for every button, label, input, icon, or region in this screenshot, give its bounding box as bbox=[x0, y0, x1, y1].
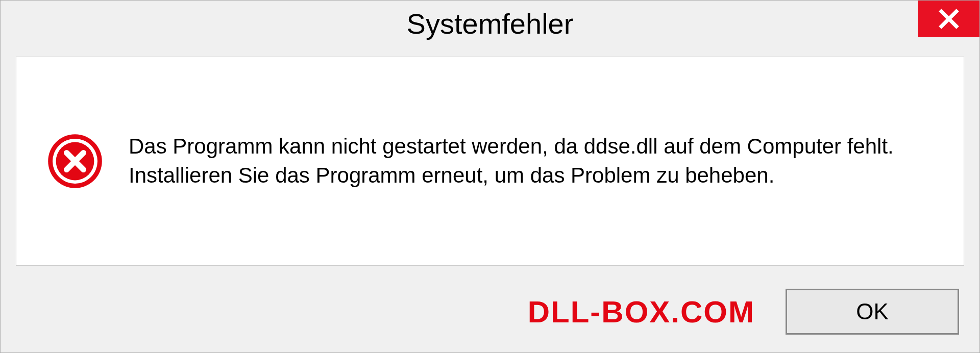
error-icon bbox=[47, 133, 103, 189]
dialog-title: Systemfehler bbox=[407, 7, 574, 40]
watermark-text: DLL-BOX.COM bbox=[528, 294, 755, 330]
close-icon bbox=[938, 8, 960, 30]
close-button[interactable] bbox=[918, 1, 979, 37]
content-panel: Das Programm kann nicht gestartet werden… bbox=[16, 57, 964, 266]
ok-button[interactable]: OK bbox=[786, 289, 959, 335]
dialog-footer: DLL-BOX.COM OK bbox=[1, 281, 979, 352]
error-dialog: Systemfehler Das Programm kann nicht ges… bbox=[0, 0, 980, 353]
error-message: Das Programm kann nicht gestartet werden… bbox=[129, 132, 933, 190]
titlebar: Systemfehler bbox=[1, 1, 979, 46]
